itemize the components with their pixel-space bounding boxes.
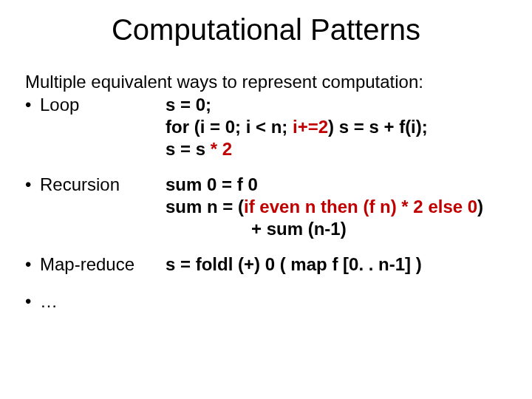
bullet-label-recursion: Recursion [40, 174, 120, 196]
code-line: s = 0; [166, 94, 507, 116]
item-loop: • Loop s = 0; for (i = 0; i < n; i+=2) s… [25, 94, 507, 160]
item-mapreduce: • Map-reduce s = foldl (+) 0 ( map f [0.… [25, 253, 507, 276]
code-line: s = s * 2 [166, 138, 507, 160]
code-mapreduce: s = foldl (+) 0 ( map f [0. . n-1] ) [166, 253, 507, 276]
code-text: ) [477, 197, 483, 216]
lead-text: Multiple equivalent ways to represent co… [25, 72, 507, 92]
bullet-label-loop: Loop [40, 94, 79, 116]
code-line: sum 0 = f 0 [166, 174, 507, 196]
code-line: s = foldl (+) 0 ( map f [0. . n-1] ) [166, 253, 507, 276]
slide-title: Computational Patterns [25, 13, 507, 47]
code-highlight: i+=2 [293, 117, 328, 137]
code-line: + sum (n-1) [166, 218, 507, 240]
bullet-label-mapreduce: Map-reduce [40, 253, 134, 276]
bullet-dot-icon: • [25, 174, 40, 196]
bullet-dot-icon: • [25, 94, 40, 116]
code-line: for (i = 0; i < n; i+=2) s = s + f(i); [166, 116, 507, 138]
code-loop: s = 0; for (i = 0; i < n; i+=2) s = s + … [166, 94, 507, 160]
code-text: for (i = 0; i < n; [166, 117, 293, 137]
code-line: sum n = (if even n then (f n) * 2 else 0… [166, 196, 507, 218]
bullet-dot-icon: • [25, 290, 40, 313]
item-ellipsis: • … [25, 290, 507, 313]
bullet-dot-icon: • [25, 253, 40, 276]
code-text: s = s [166, 139, 211, 159]
slide: Computational Patterns Multiple equivale… [0, 0, 532, 399]
code-highlight: * 2 [211, 139, 232, 159]
item-recursion: • Recursion sum 0 = f 0 sum n = (if even… [25, 174, 507, 240]
code-text: sum n = ( [166, 197, 244, 216]
code-text: ) s = s + f(i); [328, 117, 428, 137]
code-recursion: sum 0 = f 0 sum n = (if even n then (f n… [166, 174, 507, 240]
code-highlight: if even n then (f n) * 2 else 0 [244, 197, 477, 216]
bullet-label-ellipsis: … [40, 290, 58, 313]
